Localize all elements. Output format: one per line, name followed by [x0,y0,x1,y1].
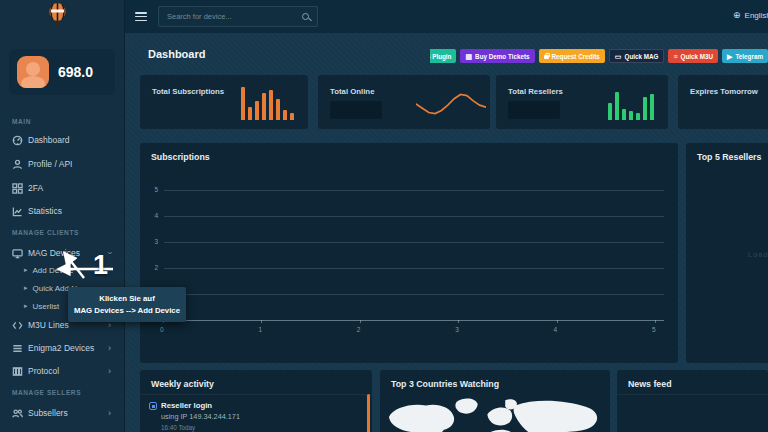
stat-card-title: Total Resellers [508,87,563,96]
gridline [164,320,664,321]
stat-card-title: Total Online [330,87,374,96]
sidebar-item-label: Statistics [28,206,62,216]
balance-card: 698.0 [9,49,115,95]
dashboard-icon [12,135,28,146]
buy-demo-tickets-button[interactable]: ▤ Buy Demo Tickets [460,49,534,63]
menu-toggle-icon[interactable] [135,12,147,23]
topbar: ⊕ English [125,0,768,33]
divider [617,394,768,395]
section-label-manage-sellers: MANAGE SELLERS [12,389,81,396]
monitor-icon [12,248,28,259]
section-label-main: MAIN [12,118,31,125]
search-box[interactable] [158,6,318,27]
main-content: Dashboard ⇩ Download ⚙ WHMCS Plugin ▤ Bu… [125,33,768,432]
annotation-tooltip: Klicken Sie auf MAG Devices --> Add Devi… [68,287,186,322]
language-label: English [745,11,768,20]
loading-indicator: Loading... [748,251,768,258]
stat-card-total-subscriptions: Total Subscriptions [140,75,308,129]
page-title: Dashboard [148,48,205,60]
whmcs-plugin-button[interactable]: ⚙ WHMCS Plugin [430,49,456,63]
sidebar-item-profile-api[interactable]: Profile / API [0,156,125,172]
lock-icon [544,55,549,59]
gridline [164,294,664,295]
sidebar: 698.0 MAIN Dashboard Profile / API 2FA S… [0,0,125,432]
chart-icon [12,206,28,217]
caret-icon: ▸ [24,302,28,310]
x-axis-label: 5 [652,326,656,333]
activity-title: Reseller login [161,401,212,410]
sidebar-item-label: Profile / API [28,159,72,169]
quick-mag-button[interactable]: ▭ Quick MAG [609,49,665,63]
sidebar-item-subsellers[interactable]: Subsellers › [0,405,125,421]
x-axis-tick [655,320,656,323]
total-subscriptions-sparkline [241,83,294,120]
panel-title: Top 5 Resellers [697,152,761,162]
stat-value-box [508,101,560,119]
x-axis-tick [458,320,459,323]
annotation-arrows [50,245,130,290]
y-axis-label: 5 [144,186,158,193]
news-feed-panel: News feed [617,370,768,432]
y-axis-label: 4 [144,212,158,219]
language-selector[interactable]: ⊕ English [733,10,768,20]
stat-card-expires-tomorrow: Expires Tomorrow [678,75,768,129]
request-credits-button[interactable]: Request Credits [539,49,605,63]
x-axis-label: 4 [554,326,558,333]
sidebar-item-label: Dashboard [28,135,70,145]
sidebar-item-statistics[interactable]: Statistics [0,203,125,219]
gridline [164,268,664,269]
sidebar-item-protocol[interactable]: Protocol › [0,363,125,379]
stat-value-box [330,101,382,119]
weekly-activity-panel: Weekly activity Reseller login using IP … [140,370,372,432]
x-axis-label: 0 [160,326,164,333]
gridline [164,242,664,243]
activity-timestamp: 16:40 Today [161,424,195,431]
sidebar-item-label: Enigma2 Devices [28,343,94,353]
x-axis-tick [557,320,558,323]
caret-icon: ▸ [24,284,28,292]
list-icon [12,343,28,354]
columns-icon [12,366,28,377]
total-online-sparkline [416,87,486,123]
tooltip-line2: MAG Devices --> Add Device [68,305,186,317]
search-icon [302,13,309,20]
people-icon [12,408,28,419]
sidebar-item-dashboard[interactable]: Dashboard [0,132,125,148]
sidebar-item-2fa[interactable]: 2FA [0,180,125,196]
subscriptions-panel: Subscriptions 012345012345 [140,143,678,363]
grid-icon [12,183,28,194]
sidebar-item-label: Protocol [28,366,59,376]
countries-panel: Top 3 Countries Watching [380,370,610,432]
code-icon [12,320,28,331]
sidebar-item-label: Subsellers [28,408,68,418]
annotation-step-number: 1 [93,250,108,281]
panel-scrollbar[interactable] [367,394,370,432]
x-axis-tick [360,320,361,323]
sidebar-item-label: M3U Lines [28,320,69,330]
panel-title: Top 3 Countries Watching [391,379,499,389]
x-axis-label: 3 [455,326,459,333]
y-axis-label: 2 [144,264,158,271]
send-icon: ▶ [727,53,732,60]
gridline [164,216,664,217]
log-icon [149,402,157,410]
section-label-manage-clients: MANAGE CLIENTS [12,229,79,236]
divider [140,394,372,395]
action-buttons: ⇩ Download ⚙ WHMCS Plugin ▤ Buy Demo Tic… [430,49,768,63]
globe-icon: ⊕ [733,10,741,20]
user-icon [12,159,28,170]
sidebar-item-label: 2FA [28,183,43,193]
sidebar-item-enigma2-devices[interactable]: Enigma2 Devices › [0,340,125,356]
user-avatar [17,56,49,88]
logo-balloon-icon[interactable] [48,3,67,33]
subscriptions-chart: 012345012345 [140,143,678,363]
search-input[interactable] [167,12,302,21]
chevron-right-icon: › [108,366,111,376]
telegram-button[interactable]: ▶ Telegram [722,49,768,63]
x-axis-tick [261,320,262,323]
tooltip-line1: Klicken Sie auf [68,293,186,305]
activity-detail: using IP 149.34.244.171 [161,412,240,421]
stat-card-title: Expires Tomorrow [690,87,758,96]
world-map [380,392,610,432]
quick-m3u-button[interactable]: ≡ Quick M3U [668,49,718,63]
